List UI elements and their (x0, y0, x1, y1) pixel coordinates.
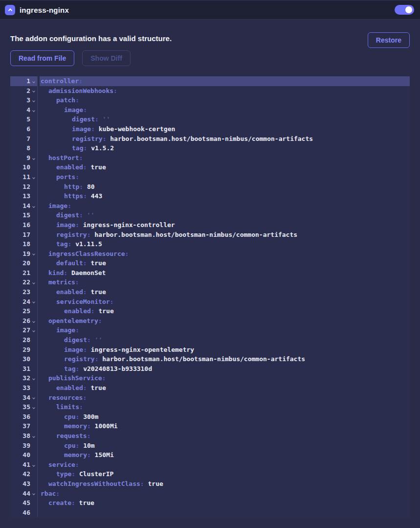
code-line[interactable]: 41 service: (10, 460, 410, 470)
fold-chevron-icon[interactable] (30, 205, 37, 207)
code-line[interactable]: 30 registry: harbor.bootsman.host/bootsm… (10, 354, 410, 364)
fold-chevron-icon[interactable] (30, 176, 37, 179)
addon-title: ingress-nginx (20, 6, 69, 14)
yaml-editor[interactable]: 1 controller: 2 admissionWebhooks: 3 pat… (10, 76, 410, 518)
fold-chevron-icon[interactable] (30, 281, 37, 284)
addon-header-left: ingress-nginx (5, 5, 69, 15)
gutter-cell: 32 (10, 373, 37, 383)
fold-chevron-icon[interactable] (30, 329, 37, 332)
code-line[interactable]: 39 cpu: 10m (10, 441, 410, 451)
code-line[interactable]: 36 cpu: 300m (10, 412, 410, 422)
yaml-colon: : (87, 336, 91, 344)
code-line[interactable]: 6 image: kube-webhook-certgen (10, 124, 410, 134)
show-diff-button[interactable]: Show Diff (82, 50, 131, 66)
code-content: registry: harbor.bootsman.host/bootsman-… (40, 134, 410, 144)
restore-button[interactable]: Restore (368, 32, 410, 48)
gutter-cell: 45 (10, 498, 37, 508)
code-line[interactable]: 43 watchIngressWithoutClass: true (10, 479, 410, 489)
yaml-colon: : (75, 221, 79, 229)
code-line[interactable]: 16 image: ingress-nginx-controller (10, 220, 410, 230)
code-line[interactable]: 15 digest: '' (10, 210, 410, 220)
yaml-value: 300m (79, 413, 98, 420)
yaml-colon: : (83, 394, 87, 401)
yaml-value: kube-webhook-certgen (95, 125, 175, 133)
code-line[interactable]: 24 serviceMonitor: (10, 297, 410, 307)
code-line[interactable]: 35 limits: (10, 402, 410, 412)
code-line[interactable]: 12 http: 80 (10, 182, 410, 192)
code-line[interactable]: 38 requests: (10, 431, 410, 441)
code-line[interactable]: 46 (10, 508, 410, 518)
code-content: resources: (40, 393, 410, 403)
code-line[interactable]: 33 enabled: true (10, 383, 410, 393)
collapse-button[interactable] (5, 5, 15, 15)
code-line[interactable]: 3 patch: (10, 95, 410, 105)
yaml-colon: : (83, 346, 87, 353)
code-line[interactable]: 40 memory: 150Mi (10, 450, 410, 460)
code-line[interactable]: 14 image: (10, 201, 410, 211)
code-line[interactable]: 19 ingressClassResource: (10, 249, 410, 259)
code-line[interactable]: 28 digest: '' (10, 335, 410, 345)
code-content: service: (40, 460, 410, 470)
code-line[interactable]: 23 enabled: true (10, 287, 410, 297)
fold-chevron-icon[interactable] (30, 435, 37, 437)
code-line[interactable]: 37 memory: 1000Mi (10, 421, 410, 431)
gutter-cell: 26 (10, 316, 37, 326)
code-line[interactable]: 21 kind: DaemonSet (10, 268, 410, 278)
code-line[interactable]: 8 tag: v1.5.2 (10, 143, 410, 153)
code-line[interactable]: 2 admissionWebhooks: (10, 86, 410, 96)
code-line[interactable]: 13 https: 443 (10, 191, 410, 201)
code-line[interactable]: 26 opentelemetry: (10, 316, 410, 326)
code-line[interactable]: 42 type: ClusterIP (10, 469, 410, 479)
yaml-colon: : (75, 461, 79, 468)
fold-chevron-icon[interactable] (30, 300, 37, 303)
code-line[interactable]: 45 create: true (10, 498, 410, 508)
code-line[interactable]: 31 tag: v20240813-b933310d (10, 364, 410, 374)
fold-chevron-icon[interactable] (30, 406, 37, 409)
fold-chevron-icon[interactable] (30, 80, 37, 83)
fold-chevron-icon[interactable] (30, 252, 37, 255)
code-line[interactable]: 34 resources: (10, 393, 410, 403)
yaml-value: DaemonSet (67, 269, 106, 276)
yaml-value: '' (99, 115, 110, 123)
code-line[interactable]: 17 registry: harbor.bootsman.host/bootsm… (10, 230, 410, 240)
fold-chevron-icon[interactable] (30, 396, 37, 399)
code-line[interactable]: 27 image: (10, 325, 410, 335)
yaml-value: v1.5.2 (87, 144, 114, 152)
addon-enabled-toggle[interactable] (395, 5, 414, 15)
gutter-cell: 46 (10, 508, 37, 518)
fold-chevron-icon[interactable] (30, 492, 37, 495)
code-line[interactable]: 1 controller: (10, 76, 410, 86)
code-line[interactable]: 29 image: ingress-nginx-opentelemetry (10, 345, 410, 355)
fold-chevron-icon[interactable] (30, 89, 37, 92)
yaml-key: registry (72, 135, 103, 142)
code-content: metrics: (40, 277, 410, 287)
fold-chevron-icon[interactable] (30, 320, 37, 322)
code-line[interactable]: 5 digest: '' (10, 115, 410, 124)
fold-chevron-icon[interactable] (30, 157, 37, 160)
fold-chevron-icon[interactable] (30, 99, 37, 102)
code-line[interactable]: 4 image: (10, 105, 410, 115)
code-line[interactable]: 18 tag: v1.11.5 (10, 239, 410, 249)
line-number: 7 (26, 134, 30, 144)
code-line[interactable]: 7 registry: harbor.bootsman.host/bootsma… (10, 134, 410, 144)
read-from-file-button[interactable]: Read from File (10, 50, 74, 66)
fold-chevron-icon[interactable] (30, 109, 37, 112)
yaml-key: opentelemetry (48, 317, 98, 324)
fold-chevron-icon[interactable] (30, 463, 37, 466)
code-line[interactable]: 20 default: true (10, 258, 410, 268)
yaml-key: cpu (64, 413, 75, 420)
code-line[interactable]: 10 enabled: true (10, 162, 410, 172)
code-line[interactable]: 9 hostPort: (10, 153, 410, 163)
code-line[interactable]: 11 ports: (10, 172, 410, 182)
yaml-key: default (56, 259, 83, 267)
code-line[interactable]: 25 enabled: true (10, 306, 410, 316)
yaml-value: 80 (83, 183, 94, 190)
yaml-value: '' (83, 211, 94, 219)
fold-chevron-icon[interactable] (30, 377, 37, 380)
code-line[interactable]: 44 rbac: (10, 489, 410, 499)
yaml-colon: : (125, 250, 129, 257)
code-line[interactable]: 32 publishService: (10, 373, 410, 383)
gutter-cell: 35 (10, 402, 37, 412)
gutter-cell: 12 (10, 182, 37, 192)
code-line[interactable]: 22 metrics: (10, 277, 410, 287)
